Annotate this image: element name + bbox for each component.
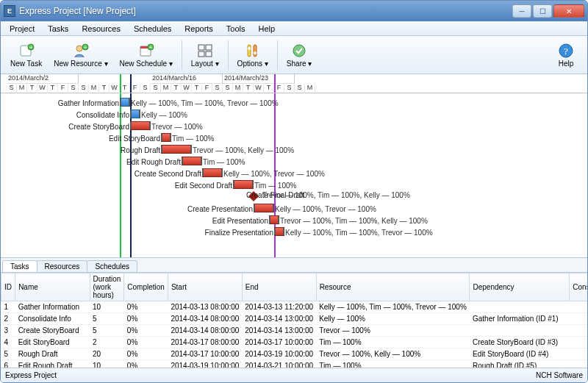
gantt-task-label: Edit Rough Draft [126, 158, 182, 166]
help-button[interactable]: ? Help [549, 40, 583, 70]
gantt-task-label: Finalize Presentation [205, 229, 275, 237]
gantt-week-label: 2014/March/2 [7, 74, 79, 84]
new-schedule-button[interactable]: +New Schedule ▾ [115, 40, 178, 70]
gantt-bar[interactable]: Rough DraftTrevor — 100%, Kelly — 100% [161, 145, 192, 154]
table-cell: 2014-03-17 08:00:00 [168, 337, 242, 348]
gantt-day-label: S [151, 84, 161, 93]
menu-reports[interactable]: Reports [179, 23, 219, 35]
gantt-bar[interactable]: Edit PresentationTrevor — 100%, Tim — 10… [269, 215, 279, 224]
grid-col-dependency[interactable]: Dependency [470, 273, 570, 301]
gantt-day-label: S [212, 84, 223, 93]
gantt-bar[interactable]: Finalize PresentationKelly — 100%, Tim —… [274, 227, 284, 236]
gantt-marker-line [130, 74, 132, 93]
gantt-bar[interactable]: Edit Second DraftTim — 100% [233, 180, 254, 189]
gantt-day-label: S [295, 84, 305, 93]
svg-point-3 [76, 46, 82, 51]
gantt-bar[interactable]: Create StoryBoardTrevor — 100% [130, 121, 151, 130]
gantt-row[interactable]: Create Second DraftKelly — 100%, Trevor … [1, 167, 587, 179]
table-cell: Tim — 100% [316, 360, 470, 368]
gantt-bar[interactable]: Edit StoryBoardTim — 100% [161, 133, 171, 142]
new-schedule-icon: + [138, 42, 154, 60]
menu-tools[interactable]: Tools [220, 23, 251, 35]
table-cell: 2014-03-19 10:00:00 [242, 348, 316, 360]
svg-point-16 [248, 47, 251, 50]
grid-col-name[interactable]: Name [15, 273, 90, 301]
menu-project[interactable]: Project [4, 23, 40, 35]
tab-tasks[interactable]: Tasks [2, 260, 37, 272]
gantt-row[interactable]: Edit Rough DraftTim — 100% [1, 155, 587, 167]
minimize-button[interactable]: ─ [512, 4, 531, 18]
table-cell: Trevor — 100%, Kelly — 100% [316, 348, 470, 360]
gantt-row[interactable]: Create Final DraftTrevor — 100%, Tim — 1… [1, 190, 587, 202]
gantt-row[interactable]: Edit PresentationTrevor — 100%, Tim — 10… [1, 214, 587, 226]
table-cell: Gather Information (ID #1) [470, 313, 570, 325]
table-cell: 5 [1, 348, 15, 360]
gantt-resource-label: Tim — 100% [171, 135, 214, 143]
menu-resources[interactable]: Resources [76, 23, 126, 35]
table-cell: 5 [90, 313, 124, 325]
grid-col-end[interactable]: End [242, 273, 316, 301]
gantt-day-label: W [182, 84, 192, 93]
toolbar: +New Task+New Resource ▾+New Schedule ▾L… [1, 36, 587, 74]
svg-rect-10 [198, 45, 204, 50]
table-row[interactable]: 1Gather Information100%2014-03-13 08:00:… [1, 301, 588, 313]
new-task-button[interactable]: +New Task [5, 40, 47, 70]
share-label: Share ▾ [287, 60, 312, 68]
table-cell: Rough Draft [15, 348, 90, 360]
options-button[interactable]: Options ▾ [232, 40, 273, 70]
close-button[interactable]: ✕ [553, 4, 584, 18]
svg-point-18 [293, 45, 305, 57]
status-right: NCH Software [536, 371, 583, 379]
gantt-resource-label: Trevor — 100%, Tim — 100%, Kelly — 100% [279, 217, 428, 225]
table-row[interactable]: 6Edit Rough Draft100%2014-03-19 10:00:00… [1, 360, 588, 368]
gantt-row[interactable]: Gather InformationKelly — 100%, Tim — 10… [1, 96, 587, 108]
menu-schedules[interactable]: Schedules [128, 23, 177, 35]
grid-col-duration-work-hours-[interactable]: Duration (work hours) [90, 273, 124, 301]
grid-col-constraint[interactable]: Constraint [570, 273, 587, 301]
table-row[interactable]: 4Edit StoryBoard20%2014-03-17 08:00:0020… [1, 337, 588, 348]
table-cell [470, 301, 570, 313]
gantt-row[interactable]: Create PresentationKelly — 100%, Trevor … [1, 202, 587, 214]
gantt-bar[interactable]: Create Second DraftKelly — 100%, Trevor … [202, 168, 223, 177]
gantt-row[interactable]: Consolidate InfoKelly — 100% [1, 108, 587, 120]
table-row[interactable]: 2Consolidate Info50%2014-03-14 08:00:002… [1, 313, 588, 325]
gantt-row[interactable]: Rough DraftTrevor — 100%, Kelly — 100% [1, 143, 587, 155]
maximize-button[interactable]: ☐ [533, 4, 552, 18]
grid-col-completion[interactable]: Completion [124, 273, 168, 301]
menu-help[interactable]: Help [253, 23, 282, 35]
gantt-task-label: Create StoryBoard [68, 123, 131, 131]
grid-col-start[interactable]: Start [168, 273, 242, 301]
gantt-row[interactable]: Edit StoryBoardTim — 100% [1, 132, 587, 143]
gantt-row[interactable]: Finalize PresentationKelly — 100%, Tim —… [1, 226, 587, 237]
gantt-task-label: Edit Presentation [212, 217, 270, 225]
gantt-resource-label: Trevor — 100%, Tim — 100%, Kelly — 100% [261, 191, 410, 199]
task-grid[interactable]: IDNameDuration (work hours)CompletionSta… [1, 273, 587, 368]
gantt-bar[interactable]: Consolidate InfoKelly — 100% [130, 110, 140, 118]
table-row[interactable]: 5Rough Draft200%2014-03-17 10:00:002014-… [1, 348, 588, 360]
gantt-resource-label: Trevor — 100% [150, 123, 203, 131]
gantt-chart[interactable]: 2014/March/22014/March/162014/March/23SM… [1, 74, 587, 258]
svg-rect-14 [248, 45, 251, 57]
gantt-resource-label: Kelly — 100%, Tim — 100%, Trevor — 100% [284, 229, 433, 237]
status-left: Express Project [5, 371, 57, 379]
gantt-day-label: F [274, 84, 284, 93]
new-resource-button[interactable]: +New Resource ▾ [49, 40, 112, 70]
gantt-resource-label: Trevor — 100%, Kelly — 100% [191, 146, 294, 154]
gantt-row[interactable]: Create StoryBoardTrevor — 100% [1, 120, 587, 132]
tab-resources[interactable]: Resources [37, 260, 88, 272]
grid-col-resource[interactable]: Resource [316, 273, 470, 301]
help-icon: ? [559, 42, 573, 60]
options-label: Options ▾ [237, 60, 268, 68]
gantt-task-label: Create Presentation [187, 205, 254, 213]
tab-schedules[interactable]: Schedules [87, 260, 137, 272]
share-button[interactable]: Share ▾ [282, 40, 317, 70]
menu-tasks[interactable]: Tasks [42, 23, 74, 35]
gantt-bar[interactable]: Gather InformationKelly — 100%, Tim — 10… [120, 98, 130, 107]
gantt-bar[interactable]: Edit Rough DraftTim — 100% [182, 157, 202, 165]
table-row[interactable]: 3Create StoryBoard50%2014-03-14 08:00:00… [1, 325, 588, 337]
gantt-row[interactable]: Edit Second DraftTim — 100% [1, 179, 587, 190]
gantt-task-label: Edit Second Draft [175, 182, 234, 190]
grid-col-id[interactable]: ID [1, 273, 15, 301]
layout-button[interactable]: Layout ▾ [186, 40, 224, 70]
gantt-bar[interactable]: Create PresentationKelly — 100%, Trevor … [254, 204, 274, 212]
